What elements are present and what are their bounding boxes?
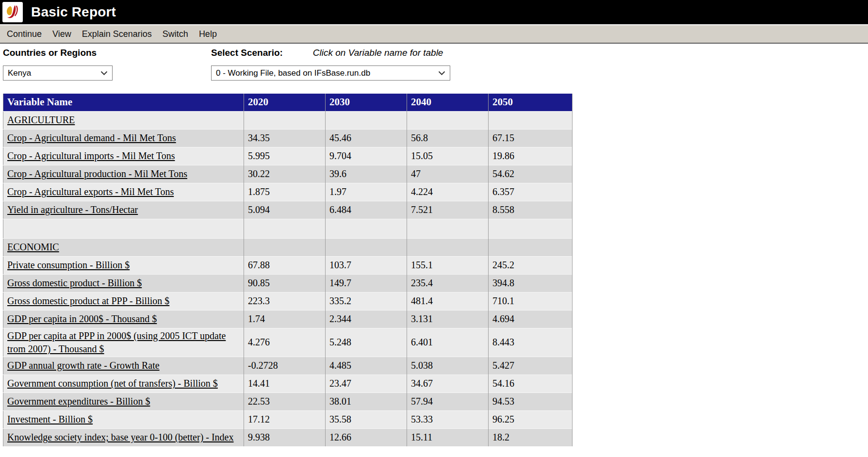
section-row: AGRICULTURE	[3, 111, 573, 129]
value-cell: 67.15	[489, 129, 573, 147]
table-row: Knowledge society index; base year 0-100…	[3, 428, 573, 446]
variable-name-cell: Private consumption - Billion $	[3, 256, 244, 274]
variable-name-cell: GDP per capita in 2000$ - Thousand $	[3, 310, 244, 328]
table-row: Crop - Agricultural production - Mil Met…	[3, 165, 573, 183]
scenario-label: Select Scenario:	[211, 48, 283, 58]
value-cell: 6.357	[489, 183, 573, 201]
value-cell: 45.46	[326, 129, 407, 147]
value-cell	[326, 219, 407, 238]
value-cell: 4.276	[244, 328, 326, 357]
value-cell: 4.694	[489, 310, 573, 328]
value-cell: 245.2	[489, 256, 573, 274]
title-bar: Basic Report	[0, 0, 868, 24]
section-link-economic[interactable]: ECONOMIC	[7, 242, 59, 252]
value-cell: -0.2728	[244, 357, 326, 375]
value-cell: 1.875	[244, 183, 326, 201]
variable-link-government-consumption-net-of-transfers-[interactable]: Government consumption (net of transfers…	[7, 378, 218, 389]
value-cell: 5.248	[326, 328, 407, 357]
value-cell: 57.94	[407, 392, 489, 410]
value-cell: 6.484	[326, 201, 407, 219]
table-row: Crop - Agricultural imports - Mil Met To…	[3, 147, 573, 165]
value-cell: 223.3	[244, 292, 326, 310]
column-header-variable-name: Variable Name	[3, 94, 244, 111]
value-cell: 54.16	[489, 375, 573, 392]
variable-link-gdp-per-capita-at-ppp-in-2000-using-2005[interactable]: GDP per capita at PPP in 2000$ (using 20…	[7, 330, 226, 354]
variable-name-cell: AGRICULTURE	[3, 111, 244, 129]
value-cell: 38.01	[326, 392, 407, 410]
table-row: Gross domestic product - Billion $90.851…	[3, 274, 573, 292]
value-cell: 47	[407, 165, 489, 183]
section-link-agriculture[interactable]: AGRICULTURE	[7, 114, 75, 125]
variable-name-cell: ECONOMIC	[3, 238, 244, 256]
value-cell: 23.47	[326, 375, 407, 392]
variable-link-knowledge-society-index-base-year-0-100-[interactable]: Knowledge society index; base year 0-100…	[7, 432, 234, 442]
variable-link-gross-domestic-product-billion[interactable]: Gross domestic product - Billion $	[7, 277, 142, 288]
value-cell	[489, 111, 573, 129]
variable-link-government-expenditures-billion[interactable]: Government expenditures - Billion $	[7, 396, 150, 407]
scenario-selector-group: Select Scenario: Click on Variable name …	[211, 48, 450, 81]
value-cell: 96.25	[489, 410, 573, 428]
value-cell: 22.53	[244, 392, 326, 410]
table-row: Yield in agriculture - Tons/Hectar5.0946…	[3, 201, 573, 219]
value-cell: 103.7	[326, 256, 407, 274]
value-cell: 1.74	[244, 310, 326, 328]
variable-link-crop-agricultural-imports-mil-met-tons[interactable]: Crop - Agricultural imports - Mil Met To…	[7, 150, 175, 161]
value-cell: 12.66	[326, 428, 407, 446]
menu-item-help[interactable]: Help	[194, 25, 222, 43]
value-cell: 53.33	[407, 410, 489, 428]
variable-name-cell	[3, 219, 244, 238]
value-cell: 9.704	[326, 147, 407, 165]
variable-link-private-consumption-billion[interactable]: Private consumption - Billion $	[7, 260, 130, 270]
value-cell: 235.4	[407, 274, 489, 292]
value-cell: 481.4	[407, 292, 489, 310]
value-cell	[326, 111, 407, 129]
value-cell: 5.995	[244, 147, 326, 165]
variable-link-gdp-annual-growth-rate-growth-rate[interactable]: GDP annual growth rate - Growth Rate	[7, 360, 160, 371]
value-cell: 19.86	[489, 147, 573, 165]
column-header-2050: 2050	[489, 94, 573, 111]
menu-item-view[interactable]: View	[47, 25, 77, 43]
value-cell: 2.344	[326, 310, 407, 328]
variable-link-crop-agricultural-exports-mil-met-tons[interactable]: Crop - Agricultural exports - Mil Met To…	[7, 186, 174, 197]
variable-name-cell: Gross domestic product - Billion $	[3, 274, 244, 292]
variable-link-gross-domestic-product-at-ppp-billion[interactable]: Gross domestic product at PPP - Billion …	[7, 295, 169, 306]
value-cell: 7.521	[407, 201, 489, 219]
basic-report-window: Basic Report ContinueViewExplain Scenari…	[0, 0, 868, 446]
variable-link-crop-agricultural-production-mil-met-ton[interactable]: Crop - Agricultural production - Mil Met…	[7, 168, 187, 179]
variable-name-cell: Investment - Billion $	[3, 410, 244, 428]
country-selector-group: Countries or Regions Kenya	[3, 48, 113, 81]
countries-label: Countries or Regions	[3, 48, 113, 58]
variable-name-cell: Knowledge society index; base year 0-100…	[3, 428, 244, 446]
menu-item-continue[interactable]: Continue	[1, 25, 47, 43]
table-row: Gross domestic product at PPP - Billion …	[3, 292, 573, 310]
menu-item-switch[interactable]: Switch	[157, 25, 194, 43]
variable-link-crop-agricultural-demand-mil-met-tons[interactable]: Crop - Agricultural demand - Mil Met Ton…	[7, 132, 176, 143]
spacer-row	[3, 219, 573, 238]
table-row: Private consumption - Billion $67.88103.…	[3, 256, 573, 274]
variable-link-investment-billion[interactable]: Investment - Billion $	[7, 414, 93, 424]
value-cell: 710.1	[489, 292, 573, 310]
variable-name-cell: Crop - Agricultural production - Mil Met…	[3, 165, 244, 183]
variable-link-yield-in-agriculture-tons-hectar[interactable]: Yield in agriculture - Tons/Hectar	[7, 204, 138, 215]
table-row: GDP per capita in 2000$ - Thousand $1.74…	[3, 310, 573, 328]
variable-link-gdp-per-capita-in-2000-thousand[interactable]: GDP per capita in 2000$ - Thousand $	[7, 313, 157, 324]
report-table-header-row: Variable Name2020203020402050	[3, 94, 573, 111]
value-cell	[407, 238, 489, 256]
value-cell: 4.485	[326, 357, 407, 375]
variable-name-cell: Government consumption (net of transfers…	[3, 375, 244, 392]
table-row: Investment - Billion $17.1235.5853.3396.…	[3, 410, 573, 428]
column-header-2040: 2040	[407, 94, 489, 111]
value-cell: 15.11	[407, 428, 489, 446]
value-cell: 94.53	[489, 392, 573, 410]
country-select[interactable]: Kenya	[3, 65, 113, 81]
table-row: Crop - Agricultural demand - Mil Met Ton…	[3, 129, 573, 147]
scenario-select[interactable]: 0 - Working File, based on IFsBase.run.d…	[211, 65, 450, 81]
value-cell	[489, 238, 573, 256]
section-row: ECONOMIC	[3, 238, 573, 256]
value-cell: 8.558	[489, 201, 573, 219]
value-cell: 394.8	[489, 274, 573, 292]
menu-item-explain-scenarios[interactable]: Explain Scenarios	[77, 25, 157, 43]
column-header-2030: 2030	[326, 94, 407, 111]
value-cell	[244, 219, 326, 238]
selection-controls: Countries or Regions Kenya Select Scenar…	[0, 44, 868, 94]
